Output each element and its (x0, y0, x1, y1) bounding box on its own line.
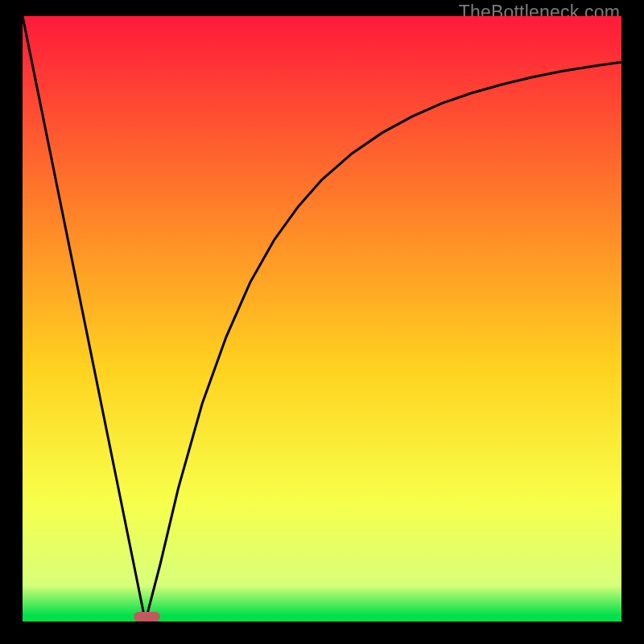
chart-frame (23, 16, 621, 621)
bottleneck-chart (23, 16, 621, 621)
optimal-marker (134, 612, 160, 621)
gradient-bg (23, 16, 621, 621)
